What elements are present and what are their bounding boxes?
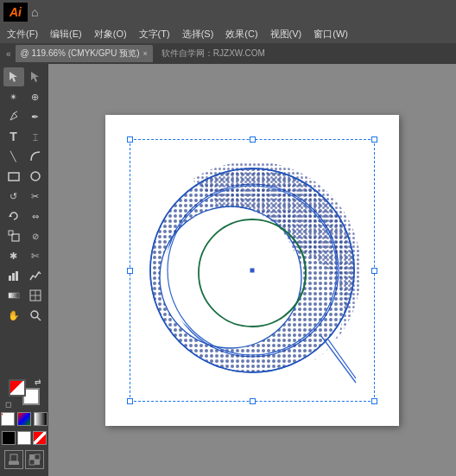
tool-row-brush: ↺ ✂ xyxy=(0,187,48,206)
svg-rect-9 xyxy=(12,273,15,281)
tab-website-label: 软件自学网：RJZXW.COM xyxy=(162,48,265,60)
scale-tool[interactable] xyxy=(3,226,24,245)
tab-close-button[interactable]: × xyxy=(143,49,148,58)
image-trace-button[interactable] xyxy=(25,450,44,469)
color-extras xyxy=(1,412,48,426)
graph-tool[interactable] xyxy=(3,266,24,285)
eraser-tool[interactable]: ✱ xyxy=(3,246,24,265)
menu-window[interactable]: 窗口(W) xyxy=(308,26,353,42)
main-layout: ✴ ⊕ ✒ T ⌶ ╲ xyxy=(0,64,456,476)
none-swatch[interactable] xyxy=(33,431,47,445)
type-tool[interactable]: T xyxy=(3,127,24,146)
tool-row-type: T ⌶ xyxy=(0,127,48,146)
svg-rect-3 xyxy=(9,173,19,181)
fill-color-box[interactable] xyxy=(9,379,26,397)
menu-text[interactable]: 文字(T) xyxy=(134,26,175,42)
svg-point-15 xyxy=(31,311,38,318)
menu-select[interactable]: 选择(S) xyxy=(177,26,219,42)
arc-tool[interactable] xyxy=(25,147,46,166)
menu-file[interactable]: 文件(F) xyxy=(2,26,43,42)
fill-none-button[interactable] xyxy=(1,412,15,426)
color-area: ⇄ ◻ xyxy=(0,376,48,473)
tab-document[interactable]: @ 119.66% (CMYK/GPU 预览) × xyxy=(16,45,153,62)
mode-row xyxy=(4,450,44,469)
tab-label: @ 119.66% (CMYK/GPU 预览) xyxy=(21,48,140,60)
curvature-tool[interactable]: ✒ xyxy=(25,107,46,126)
direct-select-tool[interactable] xyxy=(25,67,46,86)
drawing-mode-button[interactable] xyxy=(4,450,23,469)
pencil-tool[interactable]: ✂ xyxy=(25,187,46,206)
lasso-tool[interactable]: ⊕ xyxy=(25,87,46,106)
svg-marker-1 xyxy=(31,72,39,82)
ai-logo: Ai xyxy=(3,3,28,22)
graph-type-tool[interactable] xyxy=(25,266,46,285)
magic-wand-tool[interactable]: ✴ xyxy=(3,87,24,106)
artwork-overlay xyxy=(105,115,399,426)
tool-row-pen: ✴ ⊕ xyxy=(0,87,48,106)
black-swatch[interactable] xyxy=(2,431,16,445)
artboard xyxy=(105,115,399,426)
svg-rect-18 xyxy=(10,454,17,461)
home-icon[interactable]: ⌂ xyxy=(31,5,38,19)
hand-tool[interactable]: ✋ xyxy=(3,306,24,325)
mesh-tool[interactable] xyxy=(25,286,46,305)
tool-row-eraser: ✱ ✄ xyxy=(0,246,48,265)
scissors-tool[interactable]: ✄ xyxy=(25,246,46,265)
tool-row-pen2: ✒ xyxy=(0,107,48,126)
type-area-tool[interactable]: ⌶ xyxy=(25,127,46,146)
line-segment-tool[interactable]: ╲ xyxy=(3,147,24,166)
shear-tool[interactable]: ⊘ xyxy=(25,226,46,245)
svg-rect-8 xyxy=(9,276,11,281)
svg-line-40 xyxy=(321,336,356,383)
svg-rect-11 xyxy=(9,293,19,298)
paintbrush-tool[interactable]: ↺ xyxy=(3,187,24,206)
menu-bar: 文件(F) 编辑(E) 对象(O) 文字(T) 选择(S) 效果(C) 视图(V… xyxy=(0,24,456,43)
svg-rect-10 xyxy=(16,271,18,281)
color-boxes: ⇄ ◻ xyxy=(9,379,40,405)
svg-line-2 xyxy=(14,111,17,113)
tool-row-hand: ✋ xyxy=(0,306,48,325)
rectangle-tool[interactable] xyxy=(3,167,24,186)
tool-row-chart xyxy=(0,266,48,285)
color-button[interactable] xyxy=(17,412,31,426)
select-tool[interactable] xyxy=(3,67,24,86)
gradient-tool[interactable] xyxy=(3,286,24,305)
rotate-tool[interactable] xyxy=(3,206,24,225)
tab-bar: « @ 119.66% (CMYK/GPU 预览) × 软件自学网：RJZXW.… xyxy=(0,43,456,64)
svg-line-16 xyxy=(37,317,41,321)
menu-object[interactable]: 对象(O) xyxy=(89,26,132,42)
tool-row-gradient xyxy=(0,286,48,305)
svg-rect-22 xyxy=(29,460,35,465)
swap-colors-icon[interactable]: ⇄ xyxy=(35,378,41,386)
white-swatch[interactable] xyxy=(17,431,31,445)
tool-row-scale: ⊘ xyxy=(0,226,48,245)
svg-rect-41 xyxy=(250,268,255,272)
svg-marker-0 xyxy=(10,72,17,82)
tool-row-rotate: ⇔ xyxy=(0,206,48,225)
ellipse-tool[interactable] xyxy=(25,167,46,186)
left-toolbar: ✴ ⊕ ✒ T ⌶ ╲ xyxy=(0,64,48,476)
svg-marker-5 xyxy=(9,214,12,217)
gradient-button[interactable] xyxy=(34,412,48,426)
tool-row-select xyxy=(0,67,48,86)
svg-rect-20 xyxy=(35,460,40,465)
title-bar: Ai ⌂ xyxy=(0,0,456,24)
tool-row-line: ╲ xyxy=(0,147,48,166)
menu-edit[interactable]: 编辑(E) xyxy=(45,26,87,42)
swatch-row xyxy=(2,431,47,445)
reflect-tool[interactable]: ⇔ xyxy=(25,206,46,225)
svg-point-4 xyxy=(31,172,40,181)
pen-tool[interactable] xyxy=(3,107,24,126)
menu-effect[interactable]: 效果(C) xyxy=(220,26,263,42)
zoom-tool[interactable] xyxy=(25,306,46,325)
canvas-area[interactable] xyxy=(48,64,456,476)
svg-rect-19 xyxy=(29,454,35,460)
tool-row-rect xyxy=(0,167,48,186)
svg-rect-21 xyxy=(35,454,40,460)
menu-view[interactable]: 视图(V) xyxy=(265,26,307,42)
tab-collapse-icon[interactable]: « xyxy=(3,48,14,60)
default-colors-icon[interactable]: ◻ xyxy=(5,400,11,409)
